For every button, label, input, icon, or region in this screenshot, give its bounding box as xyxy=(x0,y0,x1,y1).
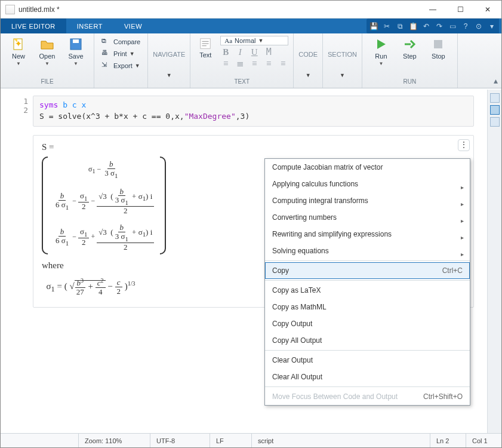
italic-button[interactable]: I xyxy=(235,47,245,57)
switch-windows-icon[interactable]: ▭ xyxy=(448,22,457,31)
run-icon xyxy=(374,37,388,51)
tab-view[interactable]: VIEW xyxy=(113,19,153,33)
close-button[interactable]: ✕ xyxy=(474,1,501,19)
list-bullet-button[interactable]: ≡ xyxy=(220,59,231,68)
undo-icon[interactable]: ↶ xyxy=(421,22,431,31)
right-paren xyxy=(160,157,166,254)
quick-access-bar: 💾 ✂ ⧉ 📋 ↶ ↷ ▭ ? ⊙ ▾ xyxy=(367,19,499,33)
menu-clear-all-output[interactable]: Clear All Output xyxy=(265,369,470,385)
section-dropdown[interactable]: ▼ xyxy=(340,72,345,78)
menu-copy-all-output[interactable]: Copy All Output xyxy=(265,332,470,349)
rail-hide-code-icon[interactable] xyxy=(490,117,500,127)
compare-button[interactable]: ⧉Compare xyxy=(99,36,143,48)
tab-insert[interactable]: INSERT xyxy=(66,19,113,33)
compare-icon: ⧉ xyxy=(101,37,111,47)
style-select[interactable]: AaNormal▼ xyxy=(220,36,288,45)
status-mode: script xyxy=(251,434,430,447)
section-label: SECTION xyxy=(328,51,357,58)
tab-live-editor[interactable]: LIVE EDITOR xyxy=(1,19,66,33)
mono-button[interactable]: M xyxy=(263,47,274,57)
bold-button[interactable]: B xyxy=(220,47,231,57)
save-button[interactable]: Save▼ xyxy=(63,36,89,67)
code-dropdown[interactable]: ▼ xyxy=(306,72,311,78)
menu-convert[interactable]: Converting numbers xyxy=(265,209,470,226)
menu-copy-latex[interactable]: Copy as LaTeX xyxy=(265,282,470,299)
group-navigate: NAVIGATE ▼ xyxy=(148,33,190,88)
paste-icon[interactable]: 📋 xyxy=(408,22,418,31)
format-row: B I U M xyxy=(220,47,288,57)
status-line: Ln 2 xyxy=(430,434,466,447)
window-title: untitled.mlx * xyxy=(19,5,419,14)
status-zoom[interactable]: Zoom: 110% xyxy=(78,434,150,447)
menu-integral[interactable]: Computing integral transforms xyxy=(265,192,470,209)
menu-jacobian[interactable]: Compute Jacobian matrix of vector xyxy=(265,159,470,176)
context-menu: Compute Jacobian matrix of vector Applyi… xyxy=(264,158,470,406)
export-icon: ⇲ xyxy=(101,61,111,70)
print-icon: 🖶 xyxy=(101,49,111,59)
maximize-button[interactable]: ☐ xyxy=(446,1,474,19)
menu-separator xyxy=(265,350,470,351)
output-options-button[interactable]: ⋮ xyxy=(458,139,470,151)
export-button[interactable]: ⇲Export ▼ xyxy=(99,60,143,72)
menu-rewrite[interactable]: Rewriting and simplifying expressions xyxy=(265,226,470,243)
stop-button[interactable]: Stop xyxy=(425,36,451,67)
text-icon xyxy=(199,37,212,50)
menu-solving[interactable]: Solving equations xyxy=(265,243,470,259)
group-code: CODE ▼ xyxy=(294,33,323,88)
group-file2: ⧉Compare 🖶Print ▼ ⇲Export ▼ xyxy=(94,33,148,88)
menu-calculus[interactable]: Applying calculus functions xyxy=(265,176,470,192)
help-icon[interactable]: ? xyxy=(461,22,470,31)
group-file: ✦ New▼ Open▼ Save▼ FILE xyxy=(1,33,94,88)
group-text: Text AaNormal▼ B I U M ≡ ≣ ≡ ≡ ≡ TEX xyxy=(190,33,294,88)
minimize-button[interactable]: — xyxy=(419,1,446,19)
align-right-button[interactable]: ≡ xyxy=(278,59,288,68)
rail-output-right-icon[interactable] xyxy=(490,93,500,103)
save-icon[interactable]: 💾 xyxy=(369,22,378,31)
group-run: Run▼ Step Stop RUN xyxy=(362,33,458,88)
navigate-dropdown[interactable]: ▼ xyxy=(167,72,172,78)
open-button[interactable]: Open▼ xyxy=(34,36,60,67)
string: "MaxDegree" xyxy=(184,112,236,121)
menu-separator xyxy=(265,260,470,261)
collapse-icon[interactable]: ▾ xyxy=(487,22,497,31)
menu-copy-output[interactable]: Copy Output xyxy=(265,315,470,332)
vars: b c x xyxy=(63,100,86,109)
run-button[interactable]: Run▼ xyxy=(368,36,394,67)
align-left-button[interactable]: ≡ xyxy=(249,59,260,68)
step-button[interactable]: Step xyxy=(396,36,423,67)
open-icon xyxy=(40,37,54,51)
cut-icon[interactable]: ✂ xyxy=(382,22,392,31)
menu-copy-mathml[interactable]: Copy as MathML xyxy=(265,299,470,315)
collapse-toolstrip[interactable]: ▴ xyxy=(494,76,498,85)
code-block[interactable]: syms b c x S = solve(x^3 + b*x + c == 0,… xyxy=(33,96,474,127)
copy-icon[interactable]: ⧉ xyxy=(395,22,405,31)
status-col: Col 1 xyxy=(466,434,501,447)
line-number: 2 xyxy=(1,106,28,115)
stop-icon xyxy=(431,37,445,51)
output-lhs: S = xyxy=(42,142,465,154)
svg-rect-8 xyxy=(434,40,442,48)
align-center-button[interactable]: ≡ xyxy=(263,59,274,68)
rail-output-inline-icon[interactable] xyxy=(490,105,500,115)
menu-move-focus: Move Focus Between Code and OutputCtrl+S… xyxy=(265,388,470,405)
redo-icon[interactable]: ↷ xyxy=(435,22,444,31)
line-number: 1 xyxy=(1,97,28,106)
print-button[interactable]: 🖶Print ▼ xyxy=(99,48,137,60)
status-encoding[interactable]: UTF-8 xyxy=(150,434,210,447)
menu-clear-output[interactable]: Clear Output xyxy=(265,352,470,369)
more-icon[interactable]: ⊙ xyxy=(474,22,483,31)
right-rail xyxy=(487,90,501,433)
menu-separator xyxy=(265,386,470,387)
toolstrip: ✦ New▼ Open▼ Save▼ FILE ⧉Compare 🖶Print … xyxy=(1,33,501,88)
left-paren xyxy=(42,157,48,254)
underline-button[interactable]: U xyxy=(249,47,260,57)
new-button[interactable]: ✦ New▼ xyxy=(5,36,32,67)
step-icon xyxy=(402,37,417,51)
list-number-button[interactable]: ≣ xyxy=(235,59,245,68)
navigate-label: NAVIGATE xyxy=(153,51,185,58)
status-eol[interactable]: LF xyxy=(210,434,251,447)
text-button[interactable]: Text xyxy=(195,36,215,60)
keyword: syms xyxy=(39,100,58,109)
group-section: SECTION ▼ xyxy=(323,33,362,88)
menu-copy[interactable]: CopyCtrl+C xyxy=(265,262,470,279)
